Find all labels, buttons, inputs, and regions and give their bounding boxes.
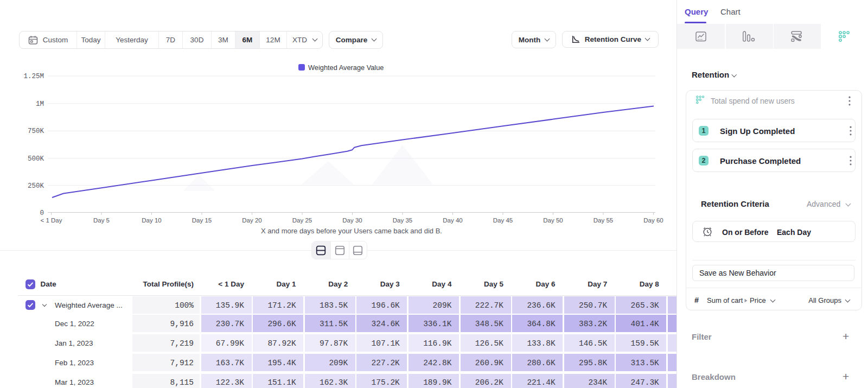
svg-text:Day 55: Day 55 xyxy=(593,217,613,224)
svg-text:Day 45: Day 45 xyxy=(493,217,513,224)
svg-text:500K: 500K xyxy=(28,155,44,163)
svg-text:Day 5: Day 5 xyxy=(93,217,110,224)
svg-text:0: 0 xyxy=(40,209,44,217)
svg-text:< 1 Day: < 1 Day xyxy=(41,217,62,224)
svg-text:Day 25: Day 25 xyxy=(292,217,312,224)
svg-text:Day 15: Day 15 xyxy=(192,217,212,224)
svg-text:X and more days before your Us: X and more days before your Users came b… xyxy=(261,227,442,235)
svg-text:750K: 750K xyxy=(28,128,44,135)
svg-text:Day 50: Day 50 xyxy=(543,217,563,224)
svg-text:Day 20: Day 20 xyxy=(242,217,261,224)
svg-text:Day 35: Day 35 xyxy=(393,217,412,224)
svg-text:Day 40: Day 40 xyxy=(443,217,462,224)
svg-text:Weighted Average Value: Weighted Average Value xyxy=(308,63,384,72)
svg-text:Day 10: Day 10 xyxy=(142,217,161,224)
svg-text:250K: 250K xyxy=(28,182,44,190)
svg-text:Day 30: Day 30 xyxy=(342,217,362,224)
svg-text:1.25M: 1.25M xyxy=(23,73,44,80)
svg-text:1M: 1M xyxy=(36,100,44,108)
svg-text:Day 60: Day 60 xyxy=(643,217,663,224)
